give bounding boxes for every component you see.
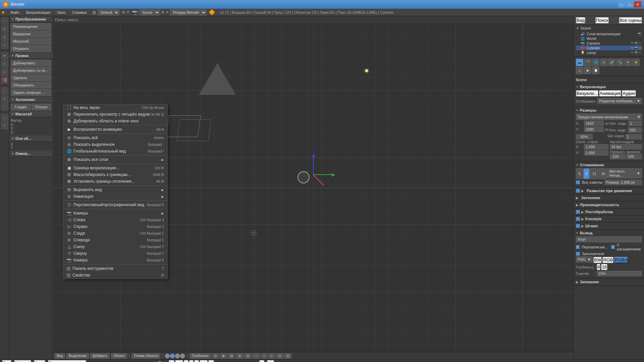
vb-prop1[interactable]: ⊙ [276, 353, 283, 359]
scene-icon[interactable]: 📷 [132, 10, 138, 15]
vb-snap3[interactable]: ⊟ [228, 353, 235, 359]
depth-16-btn[interactable]: 16 [601, 264, 607, 270]
transform-header[interactable]: Преобразование [9, 16, 53, 22]
prop-icon-texture[interactable]: 📋 [592, 67, 599, 74]
extensions-check[interactable]: ✓ [611, 245, 615, 249]
menu-item-perspective[interactable]: ⬡Перспективный/ортографический вид Numpa… [63, 201, 167, 208]
vb-prop2[interactable]: ⊡ [284, 353, 291, 359]
cylinder-cam-icon[interactable]: 📷 [634, 46, 638, 50]
menu-item-right[interactable]: ▷Справа Numpad 3 [63, 223, 167, 230]
btn-duplicate[interactable]: Дублировать [11, 60, 51, 66]
prop-icon-scene[interactable]: 🎬 [584, 59, 591, 66]
menu-help[interactable]: Справка [70, 10, 90, 15]
output-path-input[interactable]: /tmp\ [576, 236, 642, 242]
res-x-value[interactable]: 1920 [584, 121, 604, 126]
toolbar-icon-x[interactable]: X [1, 87, 8, 95]
prop-icon-data[interactable]: △ [576, 67, 583, 74]
postproc-header[interactable]: ▶ Постобработка [576, 210, 642, 214]
tl-marker-btn[interactable]: Маркер [14, 360, 31, 362]
vb-object[interactable]: Объект [111, 353, 127, 359]
shade-header[interactable]: Затенение: [9, 97, 53, 103]
btn-mirror[interactable]: Отразить [11, 45, 51, 52]
motion-blur-header[interactable]: ▶ Размытие при движении [576, 189, 642, 193]
shade-wire-btn[interactable] [175, 354, 180, 358]
toolbar-icon-transform[interactable]: ⊹ [1, 42, 8, 49]
btn-scale[interactable]: Масштаб [11, 38, 51, 45]
viz-header[interactable]: Визуализация [576, 85, 642, 89]
btn-duplicate-linked[interactable]: Дублировать со св... [11, 67, 51, 74]
vb-pivot[interactable]: ◎ [236, 353, 244, 359]
pb-rev-btn[interactable]: ◀ [184, 360, 189, 362]
pb-play-btn[interactable]: ▶ [194, 360, 199, 362]
layout-select[interactable]: Default [98, 9, 119, 15]
menu-item-zoom-border[interactable]: ⊟Масштабировать к границам... Shift B [63, 171, 167, 178]
pb-next-btn[interactable]: ▶▶ [200, 360, 208, 362]
toolbar-icon-snap[interactable]: 🧲 [1, 76, 8, 84]
toolbar-icon-oy[interactable]: Y [1, 122, 8, 129]
tl-sync-btn[interactable]: ⊙ [259, 360, 264, 362]
sample-size-val[interactable]: Размер: 1.000 рх [604, 180, 642, 185]
layers-render-icon[interactable]: 📷 [638, 32, 641, 36]
toolbar-icon-edit[interactable]: ✏ [1, 68, 8, 76]
menu-item-top[interactable]: ▽Сверху Numpad 7 [63, 250, 167, 257]
menu-item-left[interactable]: ◁Слева Ctrl Numpad 3 [63, 217, 167, 223]
prop-icon-world[interactable]: 🌐 [592, 59, 599, 66]
vb-manip1[interactable]: ↔ [252, 353, 260, 359]
menu-render[interactable]: Визуализация [23, 10, 53, 15]
toolbar-icon-move[interactable]: ↔ [1, 17, 8, 25]
preset-dropdown[interactable]: Предустановки визуализации⊕ [576, 114, 642, 120]
btn-delete[interactable]: Удалить [11, 74, 51, 81]
dims-header[interactable]: Оимер... [9, 150, 53, 157]
stamp-check[interactable] [576, 224, 580, 228]
vb-manip3[interactable]: ⊹ [268, 353, 275, 359]
viz-tab-animation[interactable]: Анимация [599, 90, 622, 97]
menu-item-front[interactable]: ⊙Спереди Numpad 1 [63, 237, 167, 243]
minimize-button[interactable]: ─ [618, 1, 625, 7]
cross-icon[interactable]: ✕ [126, 10, 129, 14]
vb-view[interactable]: Вид [54, 353, 65, 359]
vb-manip2[interactable]: ↕ [261, 353, 267, 359]
toolbar-icon-select[interactable]: ↖ [1, 60, 8, 68]
menu-item-camera[interactable]: 📷Камера Numpad 0 [63, 257, 167, 263]
mesh-header[interactable]: Масштаб [9, 111, 53, 117]
motion-blur-check[interactable] [576, 189, 580, 193]
lamp-cam-icon[interactable]: 📷 [634, 51, 638, 54]
output-header[interactable]: Вывод [576, 231, 642, 235]
menu-item-show-selected[interactable]: ◎Показать выделенное Numpad . [63, 141, 167, 148]
menu-item-show-layers[interactable]: ⊞Показать все слои ▶ [63, 156, 167, 163]
outline-item-layers[interactable]: 🔊 Слои визуализации 📷 [576, 32, 642, 36]
smooth-11-btn[interactable]: 11 [590, 168, 598, 179]
camera-eye-icon[interactable]: 👁 [631, 42, 634, 45]
outline-item-lamp[interactable]: 💡 Lamp 👁 📷 ⊙ [576, 50, 642, 55]
tl-audio-btn[interactable]: 🔊 [267, 360, 274, 362]
tl-view-btn[interactable]: Вид [2, 360, 11, 362]
viz-tab-render[interactable]: Визуали... [576, 90, 598, 97]
outline-item-cylinder[interactable]: ⭕ Cylinder 👁 📷 ⊙ [576, 46, 642, 50]
camera-render-icon[interactable]: ⊙ [639, 42, 641, 45]
axes-header[interactable]: Оси об... [9, 135, 53, 142]
menu-item-navigation[interactable]: ⊙Навигация ▶ [63, 193, 167, 200]
plus-icon[interactable]: ⊕ [122, 10, 125, 14]
menu-item-cameras[interactable]: 📷Камеры ▶ [63, 210, 167, 217]
camera-cam-icon[interactable]: 📷 [634, 42, 638, 45]
viewport-canvas[interactable]: ⛶На весь экран Ctrl Up Arrow ⊞Переключит… [53, 23, 574, 352]
smooth-8-btn[interactable]: 8 [583, 168, 590, 179]
prop-icon-object[interactable]: ⊙ [600, 59, 607, 66]
bw-btn[interactable]: BW [593, 257, 602, 263]
freestyle-check[interactable] [576, 217, 580, 221]
vb-select[interactable]: Выделение [66, 353, 89, 359]
prop-icon-physics[interactable]: ⚡ [632, 59, 640, 66]
smooth-algo-dropdown[interactable]: Митчелл-Нетра...▼ [607, 168, 642, 178]
rgba-btn[interactable]: RGBA [614, 257, 628, 263]
placeholders-check[interactable] [576, 252, 580, 256]
vb-pivot2[interactable]: ⊡ [244, 353, 252, 359]
vb-snap1[interactable]: ⊙ [212, 353, 219, 359]
smooth-16-btn[interactable]: 16 [599, 168, 607, 179]
vb-mode[interactable]: Режим объекта [132, 353, 160, 359]
smooth-5-btn[interactable]: S [576, 168, 583, 179]
menu-item-fullscreen[interactable]: ⛶На весь экран Ctrl Up Arrow [63, 104, 167, 111]
layout-icon[interactable]: ⊞ [92, 10, 96, 15]
scene-cross-icon[interactable]: ✕ [166, 10, 169, 14]
menu-item-toolbar[interactable]: ✓ Панель инструментов T [63, 265, 167, 272]
shade-solid-btn[interactable] [165, 354, 170, 358]
